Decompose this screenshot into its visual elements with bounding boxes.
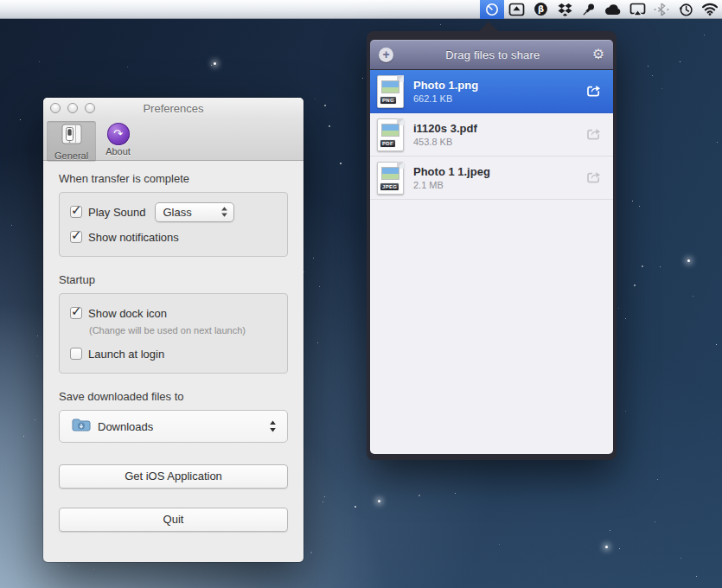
share-icon[interactable] — [585, 81, 603, 102]
save-location-popup[interactable]: Downloads — [59, 410, 288, 443]
share-popover: + Drag files to share ⚙ PNG Photo 1.png … — [367, 31, 617, 460]
share-icon[interactable] — [585, 168, 603, 189]
file-document-icon: PNG — [377, 75, 404, 108]
eject-box-icon[interactable] — [504, 0, 528, 19]
startup-group: ✓ Show dock icon (Change will be used on… — [59, 293, 288, 374]
preferences-toolbar: General ↷ About — [43, 118, 303, 161]
menubar: β — [0, 0, 722, 19]
tab-about-label: About — [105, 146, 131, 157]
file-name: Photo 1.png — [413, 79, 585, 93]
photo-thumbnail — [381, 80, 399, 93]
launch-at-login-checkbox[interactable]: ✓ — [70, 348, 82, 360]
popup-stepper-icon — [220, 206, 228, 218]
preferences-content: When transfer is complete ✓ Play Sound G… — [43, 161, 303, 532]
popover-arrow — [478, 22, 499, 32]
sound-popup[interactable]: Glass — [155, 202, 234, 222]
pin-icon[interactable] — [577, 0, 601, 19]
downloads-folder-icon — [72, 418, 91, 436]
dock-icon-note: (Change will be used on next launch) — [89, 325, 277, 336]
file-list[interactable]: PNG Photo 1.png 662.1 KB PDF i1120s 3.pd… — [370, 70, 613, 454]
cloud-icon[interactable] — [601, 0, 625, 19]
popup-stepper-icon — [269, 419, 277, 433]
photo-thumbnail — [381, 124, 399, 137]
play-sound-label: Play Sound — [88, 206, 146, 219]
file-meta: Photo 1 1.jpeg 2.1 MB — [413, 165, 585, 191]
photo-thumbnail — [381, 167, 399, 180]
tab-about[interactable]: ↷ About — [98, 121, 138, 157]
file-type-badge: JPEG — [380, 182, 399, 191]
show-notifications-checkbox[interactable]: ✓ — [70, 231, 82, 243]
sound-popup-value: Glass — [163, 206, 220, 219]
file-document-icon: JPEG — [377, 162, 404, 195]
general-switch-icon — [59, 123, 85, 150]
preferences-window: Preferences General ↷ About When transfe… — [43, 98, 303, 562]
save-heading: Save downloaded files to — [59, 390, 288, 403]
gear-icon[interactable]: ⚙ — [592, 48, 604, 61]
dropbox-icon[interactable] — [553, 0, 577, 19]
file-type-badge: PDF — [380, 139, 396, 148]
show-notifications-label: Show notifications — [88, 231, 179, 244]
checkmark-icon: ✓ — [71, 304, 82, 319]
transfer-group: ✓ Play Sound Glass ✓ Show notifications — [59, 192, 288, 257]
time-machine-icon[interactable] — [674, 0, 698, 19]
launch-at-login-label: Launch at login — [88, 348, 164, 361]
show-dock-icon-label: Show dock icon — [88, 307, 167, 320]
popover-header: + Drag files to share ⚙ — [370, 40, 613, 69]
svg-text:β: β — [537, 4, 543, 14]
get-ios-application-button[interactable]: Get iOS Application — [59, 464, 288, 489]
file-name: Photo 1 1.jpeg — [413, 165, 585, 179]
play-sound-row: ✓ Play Sound Glass — [70, 201, 277, 222]
play-sound-checkbox[interactable]: ✓ — [70, 206, 82, 218]
beta-badge-icon[interactable]: β — [528, 0, 553, 19]
file-type-badge: PNG — [380, 96, 397, 105]
file-row[interactable]: PNG Photo 1.png 662.1 KB — [370, 70, 613, 113]
file-size: 453.8 KB — [413, 136, 585, 148]
file-meta: i1120s 3.pdf 453.8 KB — [413, 122, 585, 148]
app-timer-icon[interactable] — [480, 0, 504, 19]
launch-at-login-row: ✓ Launch at login — [70, 343, 277, 364]
file-meta: Photo 1.png 662.1 KB — [413, 79, 585, 105]
add-file-button[interactable]: + — [379, 48, 393, 62]
file-size: 662.1 KB — [413, 93, 585, 105]
show-dock-icon-row: ✓ Show dock icon — [70, 303, 277, 323]
file-row[interactable]: PDF i1120s 3.pdf 453.8 KB — [370, 113, 613, 157]
file-name: i1120s 3.pdf — [413, 122, 585, 136]
quit-button[interactable]: Quit — [59, 508, 288, 532]
checkmark-icon: ✓ — [71, 202, 82, 218]
show-notifications-row: ✓ Show notifications — [70, 227, 277, 247]
about-icon: ↷ — [107, 123, 130, 145]
share-icon[interactable] — [585, 125, 603, 145]
bluetooth-icon[interactable] — [649, 0, 674, 19]
file-document-icon: PDF — [377, 118, 404, 151]
save-location-value: Downloads — [98, 420, 269, 433]
file-size: 2.1 MB — [413, 179, 585, 191]
wifi-icon[interactable] — [698, 0, 722, 19]
show-dock-icon-checkbox[interactable]: ✓ — [70, 307, 82, 319]
popover-title: Drag files to share — [393, 48, 592, 61]
tab-general[interactable]: General — [47, 121, 96, 162]
file-row[interactable]: JPEG Photo 1 1.jpeg 2.1 MB — [370, 157, 613, 200]
airplay-icon[interactable] — [625, 0, 649, 19]
titlebar[interactable]: Preferences — [43, 98, 303, 118]
window-title: Preferences — [43, 102, 303, 115]
startup-heading: Startup — [59, 273, 288, 286]
checkmark-icon: ✓ — [71, 227, 82, 243]
tab-general-label: General — [54, 150, 88, 161]
transfer-heading: When transfer is complete — [59, 172, 288, 185]
